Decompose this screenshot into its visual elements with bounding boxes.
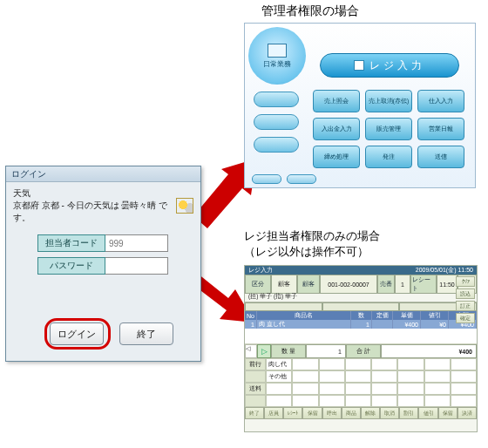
menu-pad-3[interactable]: 入出金入力: [313, 118, 360, 140]
rbtn-clear[interactable]: ｸﾘｱ: [456, 276, 475, 287]
col-name: 商品名: [257, 311, 351, 320]
grid-cell[interactable]: [397, 395, 424, 407]
item-list: [372, 320, 393, 329]
category-pill-1[interactable]: [254, 92, 299, 107]
weather-row: 天気 京都府 京都 - 今日の天気は 曇時々晴 です。: [6, 182, 200, 227]
daily-ops-circle[interactable]: 日常業務: [248, 27, 306, 85]
menu-pad-0[interactable]: 売上照会: [313, 90, 360, 112]
grid-cell[interactable]: [292, 395, 318, 407]
user-code-input[interactable]: [105, 234, 168, 252]
category-pill-3[interactable]: [254, 137, 299, 153]
grid-cell[interactable]: [397, 358, 424, 370]
footer-button-2[interactable]: [287, 174, 316, 184]
function-keys: 終了 店員 ﾚｼｰﾄ 保留 呼出 商品 解除 取消 割引 値引 保留 決済: [245, 407, 477, 419]
fkey-9[interactable]: 値引: [418, 407, 437, 419]
admin-menu-window: 日常業務 レジ入力 売上照会 売上取消(赤伝) 仕入入力 入出金入力 販売管理 …: [244, 23, 476, 188]
grid-cell[interactable]: [371, 383, 397, 395]
item-disc: ¥0: [421, 320, 449, 329]
fkey-7[interactable]: 取消: [380, 407, 399, 419]
col-list: 定価: [372, 311, 393, 320]
fkey-1[interactable]: 店員: [264, 407, 283, 419]
pos-title: レジ入力: [248, 266, 273, 275]
grid-cell[interactable]: [451, 370, 477, 383]
weather-label: 天気: [13, 187, 171, 200]
grid-cell[interactable]: [397, 370, 424, 383]
menu-pad-4[interactable]: 販売管理: [365, 118, 412, 140]
fkey-4[interactable]: 呼出: [322, 407, 342, 419]
register-entry-button[interactable]: レジ入力: [320, 53, 459, 78]
footer-button-1[interactable]: [252, 174, 281, 184]
grid-cell[interactable]: [397, 383, 424, 395]
grid-cell[interactable]: [292, 383, 318, 395]
grid-cell[interactable]: [319, 358, 345, 370]
grid-side-2[interactable]: 送料: [245, 383, 266, 395]
grid-cell[interactable]: [345, 395, 371, 407]
grid-cell[interactable]: [319, 383, 345, 395]
qty-label: 数 量: [271, 344, 306, 358]
fkey-5[interactable]: 商品: [342, 407, 361, 419]
rbtn-correct[interactable]: 訂正: [456, 301, 475, 311]
grid-cell[interactable]: [451, 358, 477, 370]
item-row-1[interactable]: 1 肉 直し代 1 ¥400 ¥0 ¥400: [245, 320, 477, 329]
grid-cell[interactable]: [319, 395, 345, 407]
fkey-6[interactable]: 解除: [361, 407, 380, 419]
grid-cell-0[interactable]: 肉し代: [266, 358, 292, 370]
pos-tab-2[interactable]: [322, 302, 400, 311]
item-name: 肉 直し代: [257, 320, 351, 329]
grid-side-1[interactable]: [245, 370, 266, 383]
totals-bar: ◁ ▷ 数 量 1 合 計 ¥400: [245, 344, 477, 358]
grid-cell[interactable]: [371, 370, 397, 383]
fkey-0[interactable]: 終了: [245, 407, 264, 419]
menu-pad-1[interactable]: 売上取消(赤伝): [365, 90, 412, 112]
exit-button[interactable]: 終了: [119, 322, 173, 345]
password-input[interactable]: [105, 257, 168, 275]
rbtn-confirm[interactable]: 確定: [456, 313, 475, 323]
fkey-3[interactable]: 保留: [302, 407, 322, 419]
customer-code[interactable]: 001-002-00007: [320, 275, 377, 294]
fkey-8[interactable]: 割引: [399, 407, 418, 419]
fkey-11[interactable]: 決済: [458, 407, 477, 419]
admin-footer: [252, 174, 316, 184]
grid-cell[interactable]: [345, 383, 371, 395]
grid-side-3[interactable]: [245, 395, 266, 407]
prev-button[interactable]: ◁: [245, 344, 257, 358]
menu-pad-6[interactable]: 締め処理: [313, 146, 360, 168]
grid-cell-1[interactable]: その他: [266, 370, 292, 383]
grid-cell[interactable]: [292, 370, 318, 383]
weather-icon: [176, 198, 193, 214]
grid-cell[interactable]: [345, 358, 371, 370]
grid-cell[interactable]: [451, 383, 477, 395]
fkey-10[interactable]: 保留: [438, 407, 458, 419]
grid-cell[interactable]: [319, 370, 345, 383]
grid-cell[interactable]: [266, 383, 292, 395]
denpyo-value: 1: [395, 275, 410, 294]
menu-pad-5[interactable]: 営業日報: [417, 118, 464, 140]
grid-cell[interactable]: [345, 370, 371, 383]
menu-pad-7[interactable]: 発注: [365, 146, 412, 168]
rbtn-load[interactable]: 読込: [456, 288, 475, 299]
grid-cell[interactable]: [424, 370, 451, 383]
grid-cell[interactable]: [292, 358, 318, 370]
item-price: ¥400: [393, 320, 421, 329]
grid-cell[interactable]: [451, 395, 477, 407]
menu-pad-2[interactable]: 仕入入力: [417, 90, 464, 112]
login-form: 担当者コード パスワード: [37, 234, 168, 280]
category-pill-2[interactable]: [254, 114, 299, 130]
grid-cell[interactable]: [371, 358, 397, 370]
kubun-value[interactable]: 顧客: [271, 275, 297, 294]
pos-header-row: 区分 顧客 顧客 001-002-00007 売番 1 レシート 11:50: [245, 275, 477, 292]
menu-pad-8[interactable]: 送信: [417, 146, 464, 168]
grid-cell[interactable]: [424, 395, 451, 407]
grid-cell[interactable]: [424, 383, 451, 395]
item-blank-area: [245, 329, 477, 344]
fkey-2[interactable]: ﾚｼｰﾄ: [283, 407, 302, 419]
receipt-value: 11:50: [437, 275, 458, 294]
next-button[interactable]: ▷: [257, 344, 271, 358]
grid-cell[interactable]: [371, 395, 397, 407]
grid-cell[interactable]: [266, 395, 292, 407]
grid-side-0[interactable]: 前行: [245, 358, 266, 370]
grid-cell[interactable]: [424, 358, 451, 370]
login-button[interactable]: ログイン: [50, 322, 104, 345]
kubun-label: 区分: [245, 275, 271, 294]
pos-tab-1[interactable]: [245, 302, 322, 311]
